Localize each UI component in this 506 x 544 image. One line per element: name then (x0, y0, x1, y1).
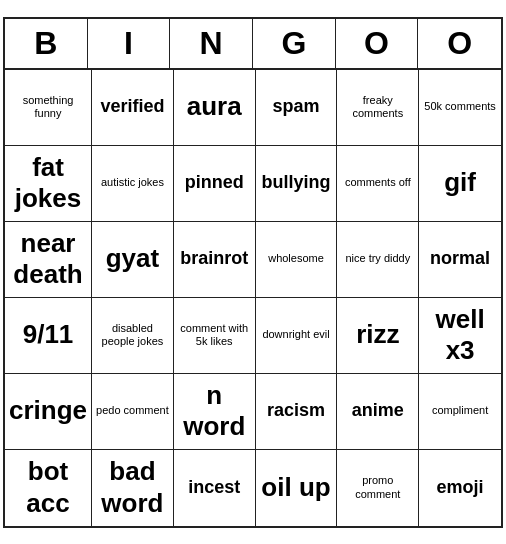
bingo-cell-r0-c3: spam (256, 70, 338, 146)
bingo-cell-r4-c0: cringe (5, 374, 92, 450)
bingo-cell-r1-c1: autistic jokes (92, 146, 174, 222)
header-letter-n2: N (170, 19, 253, 68)
bingo-grid: something funnyverifiedauraspamfreaky co… (5, 70, 501, 526)
header-letter-i1: I (88, 19, 171, 68)
bingo-cell-r4-c1: pedo comment (92, 374, 174, 450)
bingo-cell-r2-c3: wholesome (256, 222, 338, 298)
bingo-cell-r0-c5: 50k comments (419, 70, 501, 146)
header-letter-o5: O (418, 19, 501, 68)
bingo-cell-r3-c5: well x3 (419, 298, 501, 374)
bingo-cell-r4-c4: anime (337, 374, 419, 450)
bingo-cell-r5-c4: promo comment (337, 450, 419, 526)
bingo-cell-r4-c5: compliment (419, 374, 501, 450)
bingo-cell-r1-c3: bullying (256, 146, 338, 222)
bingo-cell-r1-c0: fat jokes (5, 146, 92, 222)
header-letter-b0: B (5, 19, 88, 68)
bingo-cell-r1-c4: comments off (337, 146, 419, 222)
bingo-cell-r5-c1: bad word (92, 450, 174, 526)
bingo-cell-r5-c0: bot acc (5, 450, 92, 526)
bingo-cell-r2-c0: near death (5, 222, 92, 298)
bingo-cell-r0-c2: aura (174, 70, 256, 146)
header-letter-o4: O (336, 19, 419, 68)
bingo-cell-r1-c2: pinned (174, 146, 256, 222)
bingo-cell-r5-c3: oil up (256, 450, 338, 526)
bingo-cell-r2-c1: gyat (92, 222, 174, 298)
bingo-cell-r3-c4: rizz (337, 298, 419, 374)
bingo-cell-r5-c5: emoji (419, 450, 501, 526)
bingo-header: BINGOO (5, 19, 501, 70)
bingo-cell-r0-c1: verified (92, 70, 174, 146)
bingo-cell-r2-c4: nice try diddy (337, 222, 419, 298)
bingo-cell-r2-c2: brainrot (174, 222, 256, 298)
bingo-cell-r0-c0: something funny (5, 70, 92, 146)
bingo-cell-r5-c2: incest (174, 450, 256, 526)
bingo-cell-r3-c3: downright evil (256, 298, 338, 374)
bingo-cell-r3-c0: 9/11 (5, 298, 92, 374)
bingo-cell-r4-c3: racism (256, 374, 338, 450)
bingo-cell-r3-c2: comment with 5k likes (174, 298, 256, 374)
bingo-cell-r3-c1: disabled people jokes (92, 298, 174, 374)
bingo-card: BINGOO something funnyverifiedauraspamfr… (3, 17, 503, 528)
bingo-cell-r2-c5: normal (419, 222, 501, 298)
bingo-cell-r0-c4: freaky comments (337, 70, 419, 146)
bingo-cell-r4-c2: n word (174, 374, 256, 450)
bingo-cell-r1-c5: gif (419, 146, 501, 222)
header-letter-g3: G (253, 19, 336, 68)
